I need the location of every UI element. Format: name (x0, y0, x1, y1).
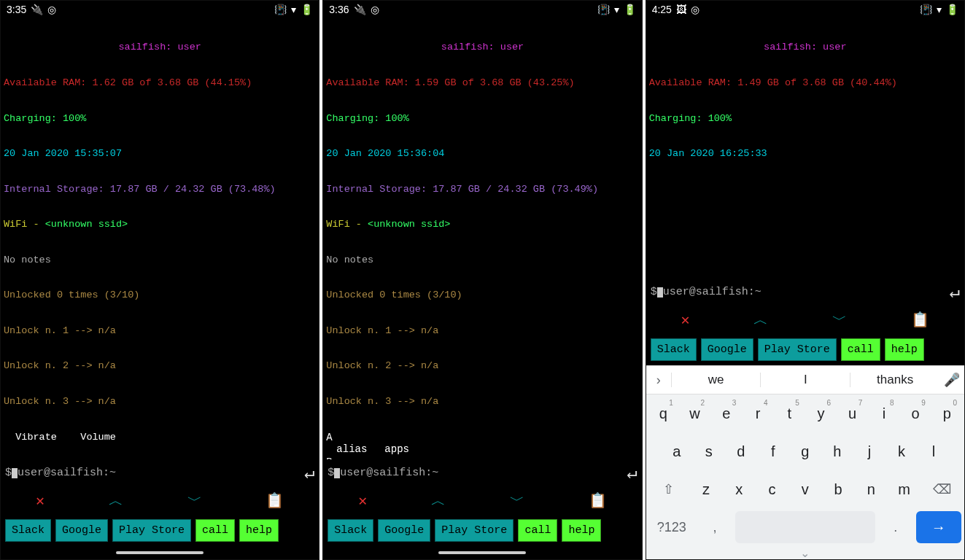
image-icon: 🖼 (676, 4, 686, 15)
key-p[interactable]: 0p (933, 397, 961, 429)
status-time: 3:35 (7, 4, 26, 15)
down-icon[interactable]: ﹀ (832, 310, 847, 330)
shortcut-call[interactable]: call (841, 338, 880, 361)
enter-icon[interactable]: ↵ (304, 462, 314, 483)
key-q[interactable]: 1q (649, 397, 678, 429)
status-bar: 4:25 🖼 ◎ 📳 ▾ 🔋 (646, 1, 964, 18)
nav-bar[interactable] (1, 546, 319, 559)
key-z[interactable]: z (691, 473, 721, 505)
key-a[interactable]: a (662, 435, 691, 467)
key-n[interactable]: n (856, 473, 886, 505)
command-apps[interactable]: apps (384, 443, 409, 456)
command-input-row[interactable]: $ user@sailfish:~ ↵ (646, 279, 964, 306)
up-icon[interactable]: ︿ (109, 491, 123, 510)
terminal-output: sailfish: user Available RAM: 1.49 GB of… (646, 18, 964, 164)
suggestion[interactable]: thanks (850, 373, 939, 387)
suggestion-bar: › we I thanks 🎤 (646, 365, 964, 394)
key-x[interactable]: x (724, 473, 754, 505)
key-k[interactable]: k (887, 435, 916, 467)
status-bar: 3:36 🔌 ◎ 📳 ▾ 🔋 (323, 1, 641, 18)
shortcut-google[interactable]: Google (55, 519, 108, 542)
key-j[interactable]: j (855, 435, 884, 467)
clipboard-icon[interactable]: 📋 (266, 491, 284, 510)
shortcut-google[interactable]: Google (701, 338, 753, 361)
soft-keyboard[interactable]: › we I thanks 🎤 1q2w3e4r5t6y7u8i9o0p asd… (646, 365, 964, 559)
enter-key[interactable]: → (916, 511, 961, 543)
enter-icon[interactable]: ↵ (950, 281, 960, 303)
up-icon[interactable]: ︿ (431, 491, 446, 510)
shortcut-google[interactable]: Google (378, 519, 430, 542)
key-o[interactable]: 9o (902, 397, 930, 429)
shortcut-play-store[interactable]: Play Store (112, 519, 191, 542)
down-icon[interactable]: ﹀ (510, 491, 524, 510)
screen-3: 4:25 🖼 ◎ 📳 ▾ 🔋 sailfish: user Available … (646, 0, 965, 560)
status-time: 3:36 (329, 4, 349, 15)
vibrate-icon: 📳 (920, 4, 932, 15)
shortcut-play-store[interactable]: Play Store (435, 519, 513, 542)
numbers-key[interactable]: ?123 (649, 511, 694, 543)
command-group-A: A (326, 432, 638, 444)
key-e[interactable]: 3e (712, 397, 740, 429)
status-time: 4:25 (652, 4, 672, 15)
key-s[interactable]: s (694, 435, 724, 467)
shortcut-row: SlackGooglePlay Storecallhelp (1, 515, 319, 546)
period-key[interactable]: . (878, 511, 913, 543)
shortcut-help[interactable]: help (239, 519, 279, 542)
clipboard-icon[interactable]: 📋 (911, 311, 929, 329)
shortcut-slack[interactable]: Slack (5, 519, 51, 542)
screen-1: 3:35 🔌 ◎ 📳 ▾ 🔋 sailfish: user Available … (0, 0, 319, 560)
unlocked-line: Unlocked 0 times (3/10) (4, 289, 316, 301)
key-c[interactable]: c (757, 473, 787, 505)
sync-icon: ◎ (47, 4, 56, 15)
close-icon[interactable]: ✕ (358, 491, 367, 510)
key-y[interactable]: 6y (807, 397, 835, 429)
usb-icon: 🔌 (354, 4, 366, 15)
grab-handle-icon[interactable]: ⌄ (800, 546, 810, 560)
command-input-row[interactable]: $ user@sailfish:~ ↵ (323, 459, 641, 486)
chevron-right-icon[interactable]: › (646, 373, 671, 388)
terminal-output: sailfish: user Available RAM: 1.62 GB of… (1, 18, 319, 459)
cursor (12, 468, 18, 478)
shortcut-play-store[interactable]: Play Store (758, 338, 837, 361)
suggestion[interactable]: we (671, 373, 761, 387)
shortcut-slack[interactable]: Slack (328, 519, 373, 542)
shortcut-help[interactable]: help (562, 519, 601, 542)
key-m[interactable]: m (889, 473, 919, 505)
suggestion[interactable]: I (760, 373, 850, 387)
battery-icon: 🔋 (946, 4, 958, 15)
shortcut-slack[interactable]: Slack (651, 338, 697, 361)
down-icon[interactable]: ﹀ (187, 491, 202, 510)
charging-line: Charging: 100% (4, 113, 316, 125)
host-line: sailfish: user (4, 42, 316, 53)
no-notes: No notes (4, 254, 316, 266)
key-g[interactable]: g (791, 435, 820, 467)
shortcut-call[interactable]: call (195, 519, 235, 542)
shortcut-call[interactable]: call (518, 519, 557, 542)
key-b[interactable]: b (823, 473, 853, 505)
enter-icon[interactable]: ↵ (627, 462, 637, 483)
key-w[interactable]: 2w (681, 397, 709, 429)
clipboard-icon[interactable]: 📋 (589, 491, 607, 510)
command-alias[interactable]: alias (336, 443, 367, 456)
comma-key[interactable]: , (697, 511, 732, 543)
key-i[interactable]: 8i (869, 397, 898, 429)
mic-icon[interactable]: 🎤 (939, 372, 964, 388)
key-d[interactable]: d (726, 435, 756, 467)
key-r[interactable]: 4r (743, 397, 772, 429)
key-t[interactable]: 5t (775, 397, 804, 429)
key-l[interactable]: l (919, 435, 948, 467)
prompt-text: user@sailfish:~ (18, 467, 116, 479)
close-icon[interactable]: ✕ (36, 491, 44, 510)
backspace-key[interactable]: ⌫ (922, 473, 961, 505)
up-icon[interactable]: ︿ (753, 310, 768, 330)
command-input-row[interactable]: $ user@sailfish:~ ↵ (1, 459, 319, 486)
key-h[interactable]: h (823, 435, 852, 467)
space-key[interactable] (735, 511, 875, 543)
shift-key[interactable]: ⇧ (649, 473, 689, 505)
key-v[interactable]: v (790, 473, 820, 505)
key-u[interactable]: 7u (838, 397, 867, 429)
key-f[interactable]: f (759, 435, 788, 467)
sync-icon: ◎ (371, 4, 379, 15)
shortcut-help[interactable]: help (885, 338, 924, 361)
close-icon[interactable]: ✕ (681, 311, 690, 329)
